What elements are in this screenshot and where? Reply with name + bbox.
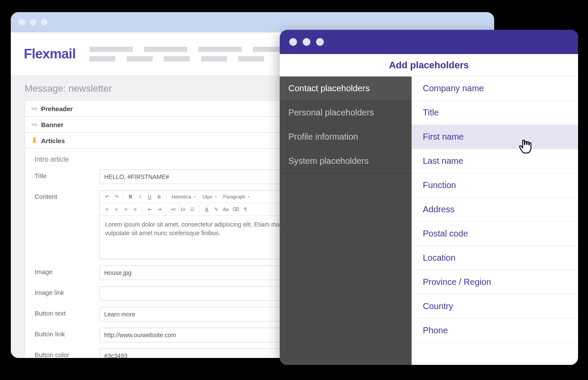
italic-icon[interactable]: I bbox=[136, 192, 144, 201]
section-label: Preheader bbox=[41, 105, 73, 112]
label-button-color: Button color bbox=[35, 348, 95, 358]
placeholders-modal: Add placeholders Contact placeholders Pe… bbox=[280, 30, 578, 365]
section-label: Articles bbox=[41, 137, 65, 144]
size-select[interactable]: 14px▾ bbox=[199, 192, 220, 201]
outdent-icon[interactable]: ⇤ bbox=[145, 205, 154, 214]
nav-placeholder bbox=[201, 56, 227, 61]
traffic-light-zoom[interactable] bbox=[41, 19, 48, 26]
field-province-region[interactable]: Province / Region bbox=[412, 270, 578, 294]
field-country[interactable]: Country bbox=[412, 294, 578, 319]
block-select[interactable]: Paragraph▾ bbox=[220, 192, 252, 201]
label-button-link: Button link bbox=[35, 328, 95, 338]
placeholder-fields: Company name Title First name Last name … bbox=[412, 77, 578, 365]
align-right-icon[interactable]: ≡ bbox=[121, 205, 130, 214]
nav-placeholder bbox=[198, 47, 242, 52]
label-image-link: Image link bbox=[35, 286, 95, 296]
field-postal-code[interactable]: Postal code bbox=[412, 222, 578, 246]
section-label: Banner bbox=[41, 121, 64, 128]
label-image: Image bbox=[35, 265, 95, 275]
category-contact[interactable]: Contact placeholders bbox=[280, 77, 412, 101]
field-phone[interactable]: Phone bbox=[412, 319, 578, 343]
clear-format-icon[interactable]: ⌫ bbox=[231, 205, 240, 214]
category-personal[interactable]: Personal placeholders bbox=[280, 101, 412, 125]
field-title[interactable]: Title bbox=[412, 101, 578, 125]
label-title: Title bbox=[35, 169, 95, 179]
traffic-light-minimize[interactable] bbox=[303, 38, 310, 46]
arrow-down-icon: ⬇ bbox=[31, 136, 38, 145]
nav-placeholder bbox=[89, 56, 115, 61]
underline-icon[interactable]: U bbox=[145, 192, 154, 201]
modal-title: Add placeholders bbox=[280, 54, 578, 77]
nav-placeholder bbox=[238, 56, 264, 61]
field-function[interactable]: Function bbox=[412, 173, 578, 198]
align-justify-icon[interactable]: ≡ bbox=[131, 205, 140, 214]
checklist-icon[interactable]: ☑ bbox=[188, 205, 197, 214]
nav-placeholder bbox=[164, 56, 190, 61]
field-company-name[interactable]: Company name bbox=[412, 77, 578, 101]
window-titlebar bbox=[11, 12, 494, 32]
text-color-icon[interactable]: A bbox=[202, 205, 211, 214]
arrow-right-icon: ➡ bbox=[31, 120, 38, 129]
arrow-right-icon: ➡ bbox=[31, 104, 38, 113]
align-center-icon[interactable]: ≡ bbox=[112, 205, 121, 214]
align-left-icon[interactable]: ≡ bbox=[102, 205, 111, 214]
field-location[interactable]: Location bbox=[412, 246, 578, 270]
field-first-name[interactable]: First name bbox=[412, 125, 578, 149]
article-heading: Intro article bbox=[35, 156, 69, 163]
brand-logo: Flexmail bbox=[24, 46, 76, 62]
traffic-light-zoom[interactable] bbox=[316, 38, 324, 46]
strike-icon[interactable]: S bbox=[155, 192, 163, 201]
label-content: Content bbox=[35, 190, 95, 200]
category-system[interactable]: System placeholders bbox=[280, 149, 412, 173]
field-address[interactable]: Address bbox=[412, 198, 578, 222]
nav-placeholder bbox=[253, 47, 283, 52]
traffic-light-close[interactable] bbox=[19, 19, 25, 26]
font-case-icon[interactable]: Aa bbox=[221, 205, 230, 214]
bold-icon[interactable]: B bbox=[126, 192, 135, 201]
nav-placeholder bbox=[144, 47, 187, 52]
category-profile[interactable]: Profile information bbox=[280, 125, 412, 149]
paragraph-icon[interactable]: ¶ bbox=[241, 205, 250, 214]
number-list-icon[interactable]: 1≡ bbox=[179, 205, 187, 214]
label-button-text: Button text bbox=[35, 307, 95, 317]
placeholder-categories: Contact placeholders Personal placeholde… bbox=[280, 77, 412, 365]
modal-titlebar bbox=[280, 30, 578, 54]
undo-icon[interactable]: ↶ bbox=[102, 192, 111, 201]
indent-icon[interactable]: ⇥ bbox=[155, 205, 163, 214]
traffic-light-minimize[interactable] bbox=[30, 19, 36, 26]
font-select[interactable]: Helvetica▾ bbox=[169, 192, 198, 201]
nav-placeholder bbox=[127, 56, 153, 61]
nav-placeholder bbox=[89, 47, 133, 52]
highlight-icon[interactable]: ✎ bbox=[212, 205, 220, 214]
bullet-list-icon[interactable]: •≡ bbox=[169, 205, 178, 214]
field-last-name[interactable]: Last name bbox=[412, 149, 578, 173]
traffic-light-close[interactable] bbox=[289, 38, 297, 46]
redo-icon[interactable]: ↷ bbox=[112, 192, 121, 201]
